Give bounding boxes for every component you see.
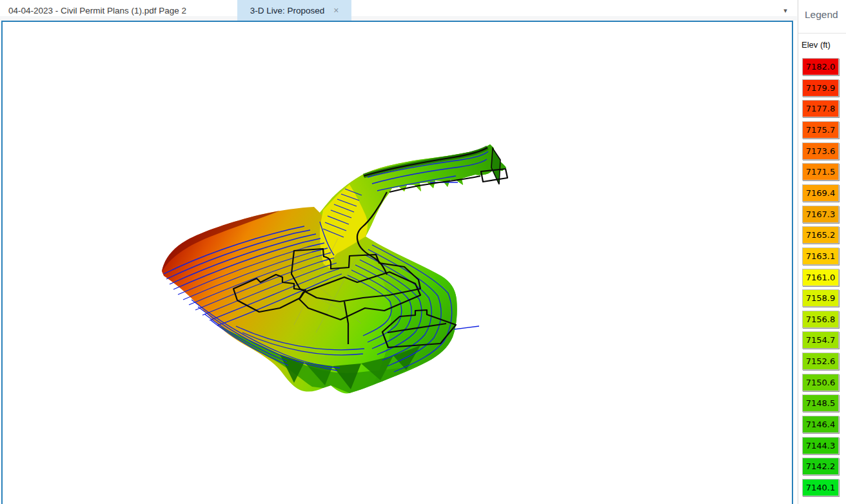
legend-unit-label: Elev (ft) — [802, 40, 831, 50]
legend-entry[interactable]: 7140.1 — [802, 479, 839, 496]
terrain-3d-model — [3, 22, 792, 504]
legend-entry[interactable]: 7146.4 — [802, 416, 839, 433]
legend-entry[interactable]: 7165.2 — [802, 226, 839, 244]
viewport-3d[interactable] — [1, 21, 793, 504]
tab-label: 3-D Live: Proposed — [250, 6, 325, 15]
legend-title: Legend — [805, 9, 838, 21]
legend-entry[interactable]: 7144.3 — [802, 437, 839, 454]
legend-entry[interactable]: 7142.2 — [802, 458, 839, 475]
legend-entry[interactable]: 7175.7 — [802, 121, 839, 139]
legend-entry[interactable]: 7163.1 — [802, 247, 839, 265]
close-icon[interactable]: × — [333, 6, 339, 15]
legend-entry[interactable]: 7182.0 — [802, 58, 839, 75]
legend-entry[interactable]: 7152.6 — [802, 353, 839, 370]
chevron-down-icon[interactable]: ▾ — [779, 5, 792, 16]
app-window: 04-04-2023 - Civil Permit Plans (1).pdf … — [0, 0, 846, 504]
legend-panel: Legend Elev (ft) 7182.07179.97177.87175.… — [798, 0, 846, 504]
legend-entry[interactable]: 7171.5 — [802, 163, 839, 180]
legend-entry[interactable]: 7150.6 — [802, 374, 839, 391]
legend-entry[interactable]: 7179.9 — [802, 79, 839, 97]
legend-entry[interactable]: 7161.0 — [802, 269, 839, 286]
legend-entry[interactable]: 7167.3 — [802, 206, 839, 223]
tab-bar: 04-04-2023 - Civil Permit Plans (1).pdf … — [0, 0, 797, 21]
legend-entry[interactable]: 7154.7 — [802, 331, 839, 349]
legend-entry[interactable]: 7173.6 — [802, 142, 839, 160]
legend-entry[interactable]: 7169.4 — [802, 184, 839, 202]
legend-entry[interactable]: 7156.8 — [802, 311, 839, 328]
legend-entry[interactable]: 7177.8 — [802, 100, 839, 117]
tab-label: 04-04-2023 - Civil Permit Plans (1).pdf … — [8, 6, 186, 15]
legend-entry[interactable]: 7158.9 — [802, 289, 839, 307]
tab-pdf-page[interactable]: 04-04-2023 - Civil Permit Plans (1).pdf … — [0, 0, 232, 21]
legend-entry[interactable]: 7148.5 — [802, 394, 839, 412]
legend-divider — [798, 33, 846, 34]
tab-3d-live-proposed[interactable]: 3-D Live: Proposed × — [237, 0, 351, 21]
